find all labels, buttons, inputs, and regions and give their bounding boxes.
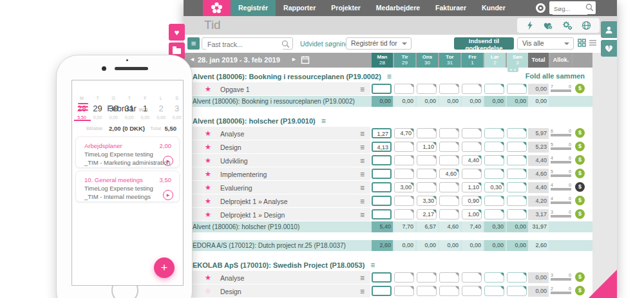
star-filled-icon[interactable]: ★ xyxy=(205,156,211,165)
phone-day-1[interactable]: F10,00 xyxy=(138,96,152,120)
time-input-cell[interactable] xyxy=(417,84,437,94)
time-input-cell[interactable] xyxy=(394,169,414,179)
day-header-man[interactable]: Man28 xyxy=(372,53,393,68)
nav-item-kunder[interactable]: Kunder xyxy=(474,0,513,16)
time-input-cell[interactable] xyxy=(372,286,392,296)
task-menu-icon[interactable]: ≡ xyxy=(360,170,365,179)
star-filled-icon[interactable]: ★ xyxy=(205,169,211,178)
time-input-cell[interactable] xyxy=(462,142,482,152)
time-input-cell[interactable] xyxy=(484,84,504,94)
time-input-cell[interactable] xyxy=(484,272,504,283)
time-input-cell[interactable]: 4,70 xyxy=(394,128,414,138)
project-menu-icon[interactable]: ≡ xyxy=(321,116,326,126)
phone-day-29[interactable]: T290,00 xyxy=(91,96,105,120)
advanced-search-link[interactable]: Udvidet søgning xyxy=(300,40,349,48)
star-filled-icon[interactable]: ★ xyxy=(205,142,211,151)
globe-icon[interactable] xyxy=(582,21,591,30)
time-input-cell[interactable] xyxy=(417,155,437,165)
time-input-cell[interactable] xyxy=(439,286,459,296)
time-input-cell[interactable] xyxy=(462,272,482,283)
time-input-cell[interactable]: 1,10 xyxy=(462,182,482,192)
star-outline-icon[interactable]: ☆ xyxy=(205,286,211,295)
time-input-cell[interactable] xyxy=(507,169,527,179)
time-input-cell[interactable] xyxy=(394,286,414,296)
time-input-cell[interactable] xyxy=(484,155,504,165)
time-input-cell[interactable] xyxy=(439,272,459,283)
time-input-cell[interactable] xyxy=(484,286,504,296)
help-button[interactable]: ? xyxy=(601,40,617,57)
time-input-cell[interactable] xyxy=(439,84,459,94)
time-input-cell[interactable]: 0,90 xyxy=(462,196,482,206)
star-filled-icon[interactable]: ★ xyxy=(205,273,211,282)
time-input-cell[interactable] xyxy=(462,169,482,179)
task-menu-icon[interactable]: ≡ xyxy=(360,274,365,283)
time-input-cell[interactable] xyxy=(462,84,482,94)
phone-day-28[interactable]: M285,50 xyxy=(75,96,89,120)
project-group-title[interactable]: Alvent (180006): Bookning i ressourcepla… xyxy=(193,72,392,81)
target-icon[interactable] xyxy=(535,3,546,14)
fold-all-link[interactable]: Fold alle sammen xyxy=(526,72,585,80)
time-input-cell[interactable] xyxy=(507,142,527,152)
time-input-cell[interactable] xyxy=(462,286,482,296)
task-menu-icon[interactable]: ≡ xyxy=(360,197,365,206)
task-menu-icon[interactable]: ≡ xyxy=(360,287,365,296)
time-input-cell[interactable] xyxy=(462,128,482,138)
time-input-cell[interactable] xyxy=(417,182,437,192)
time-input-cell[interactable]: 3,30 xyxy=(417,196,437,206)
nav-item-fakturaer[interactable]: Fakturaer xyxy=(428,0,474,16)
phone-day-3[interactable]: S30,00 xyxy=(170,96,184,120)
list-view-icon[interactable] xyxy=(589,38,597,50)
corner-ribbon[interactable] xyxy=(589,270,617,298)
global-search-input[interactable] xyxy=(553,2,587,15)
time-input-cell[interactable] xyxy=(394,209,414,219)
time-input-cell[interactable] xyxy=(484,209,504,219)
phone-day-31[interactable]: T310,00 xyxy=(122,96,137,120)
play-button[interactable]: ▶ xyxy=(163,156,173,166)
time-input-cell[interactable] xyxy=(372,84,392,94)
user-button[interactable] xyxy=(601,21,617,38)
time-input-cell[interactable] xyxy=(394,142,414,152)
lightning-icon[interactable] xyxy=(526,21,534,30)
time-input-cell[interactable] xyxy=(439,142,459,152)
project-menu-icon[interactable]: ≡ xyxy=(370,261,375,270)
project-group-title[interactable]: Alvent (180006): holscher (P19.0010)≡ xyxy=(193,116,326,126)
favorites-side-button[interactable]: ♥ xyxy=(169,24,185,41)
time-input-cell[interactable] xyxy=(372,155,392,165)
time-input-cell[interactable] xyxy=(372,169,392,179)
time-input-cell[interactable] xyxy=(372,272,392,283)
time-input-cell[interactable]: 4,40 xyxy=(462,155,482,165)
task-menu-icon[interactable]: ≡ xyxy=(360,129,365,138)
star-filled-icon[interactable]: ★ xyxy=(205,196,211,205)
play-button[interactable]: ▶ xyxy=(163,190,173,200)
day-header-tor[interactable]: Tor31 xyxy=(439,53,460,68)
day-header-l-r[interactable]: Lør2 xyxy=(484,53,506,68)
time-input-cell[interactable]: 2,17 xyxy=(417,209,437,219)
time-input-cell[interactable] xyxy=(417,272,437,283)
view-filter-select[interactable]: Vis alle xyxy=(517,37,574,50)
nav-item-medarbejdere[interactable]: Medarbejdere xyxy=(368,0,428,16)
calendar-icon[interactable] xyxy=(301,55,310,67)
task-menu-icon[interactable]: ≡ xyxy=(360,183,365,192)
task-menu-icon[interactable]: ≡ xyxy=(360,210,365,219)
nav-item-projekter[interactable]: Projekter xyxy=(323,0,368,16)
time-input-cell[interactable] xyxy=(484,128,504,138)
add-entry-fab[interactable]: + xyxy=(154,257,175,278)
time-input-cell[interactable] xyxy=(439,128,459,138)
time-input-cell[interactable] xyxy=(439,155,459,165)
star-filled-icon[interactable]: ★ xyxy=(205,183,211,192)
time-input-cell[interactable] xyxy=(372,182,392,192)
time-input-cell[interactable] xyxy=(507,155,527,165)
grid-view-icon[interactable] xyxy=(578,38,586,50)
previous-week-arrow[interactable]: ◄ xyxy=(189,56,195,62)
day-header-s-n[interactable]: Søn3 xyxy=(507,53,528,68)
time-input-cell[interactable] xyxy=(417,169,437,179)
next-week-arrow[interactable]: ► xyxy=(291,56,297,62)
time-input-cell[interactable] xyxy=(484,196,504,206)
time-input-cell[interactable] xyxy=(484,169,504,179)
star-filled-icon[interactable]: ★ xyxy=(205,210,211,219)
time-input-cell[interactable] xyxy=(417,128,437,138)
time-input-cell[interactable] xyxy=(507,196,527,206)
time-input-cell[interactable]: 1,00 xyxy=(462,209,482,219)
nav-item-rapporter[interactable]: Rapporter xyxy=(276,0,323,16)
star-filled-icon[interactable]: ★ xyxy=(205,129,211,138)
